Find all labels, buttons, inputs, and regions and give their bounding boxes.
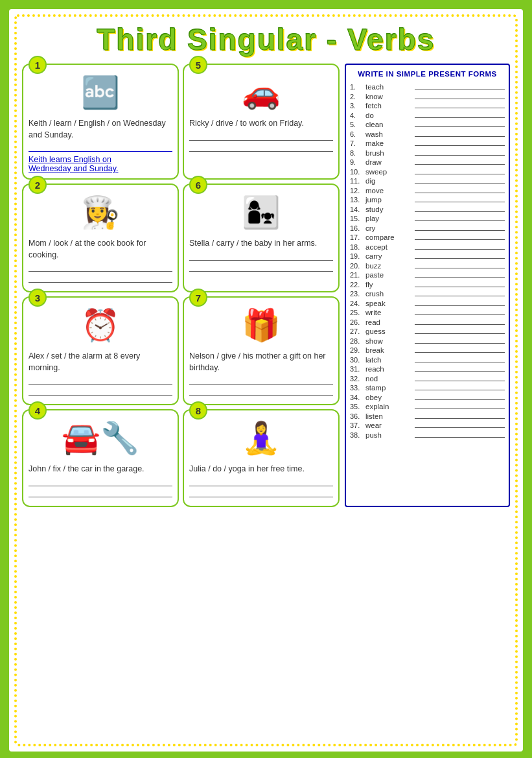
answer-line-3a — [29, 377, 172, 385]
verb-answer-line[interactable] — [415, 412, 505, 419]
verb-answer-line[interactable] — [415, 206, 505, 212]
outer-border: Third Singular - Verbs 1 🔤 Keith / learn… — [6, 6, 526, 754]
verb-answer-line[interactable] — [415, 290, 505, 296]
exercise-image-6: 👩‍👧 — [189, 190, 333, 235]
verb-answer-line[interactable] — [415, 168, 505, 174]
verb-number: 19. — [350, 252, 364, 260]
verb-item: 20.buzz — [350, 262, 505, 270]
verb-answer-line[interactable] — [415, 130, 505, 137]
verb-number: 1. — [350, 83, 364, 91]
verb-number: 36. — [350, 412, 364, 420]
verb-item: 19.carry — [350, 252, 505, 260]
verb-answer-line[interactable] — [415, 158, 505, 165]
exercise-card-3: 3 ⏰ Alex / set / the alarm at 8 every mo… — [22, 296, 179, 405]
verb-item: 25.write — [350, 309, 505, 316]
verb-answer-line[interactable] — [415, 403, 505, 409]
verb-answer-line[interactable] — [415, 121, 505, 127]
verb-answer-line[interactable] — [415, 365, 505, 372]
exercise-prompt-4: John / fix / the car in the garage. — [29, 464, 172, 475]
verb-item: 8.brush — [350, 149, 505, 157]
verb-answer-line[interactable] — [415, 224, 505, 231]
verb-number: 2. — [350, 93, 364, 101]
verb-answer-line[interactable] — [415, 394, 505, 400]
verb-number: 12. — [350, 187, 364, 195]
verb-number: 22. — [350, 281, 364, 289]
exercise-number-5: 5 — [189, 56, 207, 74]
verb-answer-line[interactable] — [415, 149, 505, 156]
verb-answer-line[interactable] — [415, 346, 505, 353]
exercise-prompt-6: Stella / carry / the baby in her arms. — [189, 238, 333, 250]
verb-word: sweep — [365, 168, 411, 176]
verb-answer-line[interactable] — [415, 196, 505, 202]
verb-word: break — [365, 346, 411, 354]
verb-answer-line[interactable] — [415, 252, 505, 259]
verb-answer-line[interactable] — [415, 281, 505, 287]
verb-answer-line[interactable] — [415, 337, 505, 344]
verb-answer-line[interactable] — [415, 83, 505, 89]
page-title: Third Singular - Verbs — [22, 22, 510, 57]
verb-answer-line[interactable] — [415, 309, 505, 315]
verb-word: speak — [365, 300, 411, 307]
exercise-number-2: 2 — [29, 176, 47, 194]
verb-answer-line[interactable] — [415, 431, 505, 438]
verb-answer-line[interactable] — [415, 233, 505, 240]
verb-list: 1.teach2.know3.fetch4.do5.clean6.wash7.m… — [350, 83, 505, 439]
verb-item: 16.cry — [350, 224, 505, 232]
verb-answer-line[interactable] — [415, 243, 505, 250]
answer-line-8a — [189, 479, 333, 486]
verb-item: 37.wear — [350, 421, 505, 429]
verb-item: 4.do — [350, 112, 505, 119]
verb-number: 29. — [350, 346, 364, 354]
verb-word: listen — [365, 412, 411, 420]
verb-word: jump — [365, 196, 411, 204]
verb-answer-line[interactable] — [415, 93, 505, 99]
exercises-grid: 1 🔤 Keith / learn / English / on Wednesd… — [22, 64, 340, 507]
verb-word: push — [365, 431, 411, 439]
verb-word: teach — [365, 83, 411, 91]
verb-answer-line[interactable] — [415, 384, 505, 390]
verb-answer-line[interactable] — [415, 421, 505, 428]
exercise-prompt-2: Mom / look / at the cook book for cookin… — [29, 238, 172, 261]
verb-word: carry — [365, 252, 411, 260]
exercise-prompt-3: Alex / set / the alarm at 8 every mornin… — [29, 351, 172, 373]
exercise-prompt-8: Julia / do / yoga in her free time. — [189, 464, 333, 475]
verb-answer-line[interactable] — [415, 300, 505, 306]
verb-answer-line[interactable] — [415, 112, 505, 118]
verb-number: 14. — [350, 206, 364, 213]
verb-item: 26.read — [350, 318, 505, 326]
verb-answer-line[interactable] — [415, 356, 505, 362]
answer-line-4a — [29, 479, 172, 486]
verb-answer-line[interactable] — [415, 318, 505, 325]
verb-word: brush — [365, 149, 411, 157]
verb-item: 21.paste — [350, 271, 505, 279]
verb-number: 7. — [350, 139, 364, 147]
verb-word: draw — [365, 158, 411, 166]
verb-answer-line[interactable] — [415, 102, 505, 108]
verb-answer-line[interactable] — [415, 215, 505, 221]
verb-number: 28. — [350, 337, 364, 345]
verb-answer-line[interactable] — [415, 139, 505, 146]
dot-border: Third Singular - Verbs 1 🔤 Keith / learn… — [14, 14, 518, 746]
exercise-number-4: 4 — [29, 401, 47, 420]
answer-line-2b — [29, 275, 172, 283]
verb-item: 6.wash — [350, 130, 505, 138]
exercise-image-1: 🔤 — [29, 70, 172, 115]
verb-number: 3. — [350, 102, 364, 110]
verb-answer-line[interactable] — [415, 375, 505, 381]
answer-line-6b — [189, 264, 333, 272]
verb-answer-line[interactable] — [415, 271, 505, 278]
verb-word: fetch — [365, 102, 411, 110]
verb-number: 25. — [350, 309, 364, 316]
verb-item: 24.speak — [350, 300, 505, 307]
exercise-number-8: 8 — [189, 401, 207, 420]
verb-answer-line[interactable] — [415, 327, 505, 334]
verb-answer-line[interactable] — [415, 187, 505, 193]
exercise-card-6: 6 👩‍👧 Stella / carry / the baby in her a… — [183, 184, 340, 292]
verb-item: 23.crush — [350, 290, 505, 298]
verb-word: dig — [365, 177, 411, 185]
verb-answer-line[interactable] — [415, 262, 505, 268]
right-panel-title: WRITE IN SIMPLE PRESENT FORMS — [350, 70, 505, 78]
verb-answer-line[interactable] — [415, 177, 505, 184]
verb-item: 34.obey — [350, 394, 505, 401]
answer-line-5a — [189, 133, 333, 141]
